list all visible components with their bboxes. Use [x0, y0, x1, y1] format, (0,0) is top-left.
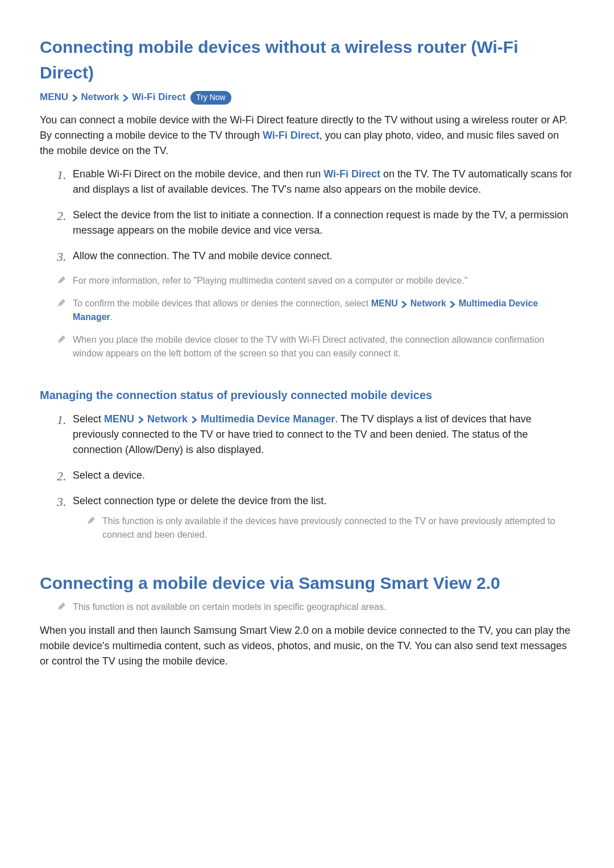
note-confirm-devices: To confirm the mobile devices that allow… — [57, 297, 574, 324]
note-availability: This function is not available on certai… — [57, 600, 574, 614]
step-3: 3. Select connection type or delete the … — [57, 493, 574, 542]
step-menu: MENU — [104, 413, 134, 425]
note-text: This function is not available on certai… — [73, 602, 386, 612]
step-number: 3. — [57, 247, 67, 266]
step-number: 3. — [57, 492, 67, 511]
chevron-right-icon — [71, 90, 78, 105]
steps-list-managing: 1. Select MENU Network Multimedia Device… — [57, 412, 574, 542]
chevron-right-icon — [400, 298, 408, 308]
inner-notes: This function is only available if the d… — [86, 514, 574, 542]
breadcrumb-wifi-direct: MENU Network Wi-Fi Direct Try Now — [40, 90, 574, 105]
step-3: 3. Allow the connection. The TV and mobi… — [57, 248, 574, 264]
pencil-icon — [57, 601, 66, 610]
inner-note-text: This function is only available if the d… — [102, 516, 555, 539]
step-lead: Select — [73, 413, 104, 425]
step-1: 1. Enable Wi-Fi Direct on the mobile dev… — [57, 167, 574, 197]
pencil-icon — [57, 334, 66, 343]
pencil-icon — [57, 275, 66, 284]
smartview-paragraph: When you install and then launch Samsung… — [40, 623, 574, 669]
notes-list-smartview: This function is not available on certai… — [57, 600, 574, 614]
chevron-right-icon — [122, 90, 129, 105]
note-text: When you place the mobile device closer … — [73, 335, 544, 358]
step-text: Allow the connection. The TV and mobile … — [73, 250, 333, 261]
chevron-right-icon — [449, 298, 456, 308]
step-text: Select connection type or delete the dev… — [73, 495, 326, 506]
step-number: 2. — [57, 206, 67, 225]
note-text: For more information, refer to "Playing … — [73, 276, 467, 285]
pencil-icon — [57, 298, 66, 307]
notes-list: For more information, refer to "Playing … — [57, 274, 574, 360]
note-text-a: To confirm the mobile devices that allow… — [73, 298, 371, 308]
try-now-badge[interactable]: Try Now — [190, 91, 231, 105]
step-text: Select a device. — [73, 470, 145, 481]
chevron-right-icon — [137, 413, 144, 425]
note-dot: . — [110, 312, 113, 322]
note-network: Network — [410, 298, 446, 308]
inner-note: This function is only available if the d… — [86, 514, 574, 542]
note-menu: MENU — [371, 298, 398, 308]
step-number: 1. — [57, 410, 67, 429]
step-network: Network — [147, 413, 188, 425]
step-mdm: Multimedia Device Manager — [201, 413, 335, 425]
steps-list-wifi-direct: 1. Enable Wi-Fi Direct on the mobile dev… — [57, 167, 574, 264]
note-more-info: For more information, refer to "Playing … — [57, 274, 574, 288]
step-2: 2. Select the device from the list to in… — [57, 207, 574, 238]
intro-paragraph: You can connect a mobile device with the… — [40, 113, 574, 159]
note-confirmation-window: When you place the mobile device closer … — [57, 333, 574, 360]
step-2: 2. Select a device. — [57, 468, 574, 483]
step-text: Select the device from the list to initi… — [73, 209, 568, 236]
step-number: 1. — [57, 165, 67, 184]
chevron-right-icon — [190, 413, 198, 425]
step-1: 1. Select MENU Network Multimedia Device… — [57, 412, 574, 458]
heading-smart-view: Connecting a mobile device via Samsung S… — [40, 570, 574, 596]
breadcrumb-network: Network — [81, 92, 119, 102]
step-text-a: Enable Wi-Fi Direct on the mobile device… — [73, 168, 323, 180]
breadcrumb-wifidirect: Wi-Fi Direct — [132, 92, 185, 102]
step-number: 2. — [57, 467, 67, 485]
heading-wifi-direct: Connecting mobile devices without a wire… — [40, 34, 574, 85]
heading-managing-connection: Managing the connection status of previo… — [40, 387, 574, 404]
breadcrumb-menu: MENU — [40, 92, 68, 102]
pencil-icon — [86, 516, 96, 525]
step-keyword: Wi-Fi Direct — [323, 168, 380, 180]
intro-keyword: Wi-Fi Direct — [263, 130, 320, 141]
